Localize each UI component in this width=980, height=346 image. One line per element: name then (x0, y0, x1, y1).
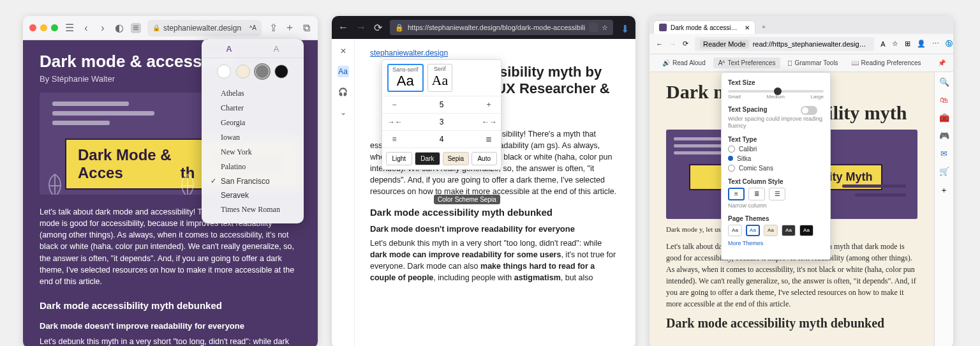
column-wide[interactable]: ☰ (769, 188, 785, 200)
reader-mode-icon[interactable] (589, 23, 598, 32)
theme-3[interactable]: Aa (764, 225, 778, 236)
page-themes-label: Page Themes (728, 215, 824, 222)
reload-button[interactable]: ⟳ (683, 40, 688, 48)
font-calibri-option[interactable]: Calibri (728, 146, 824, 153)
new-tab-button[interactable]: ＋ (755, 20, 772, 34)
font-iowan[interactable]: Iowan (209, 130, 296, 145)
more-themes-link[interactable]: More Themes (728, 240, 824, 246)
text-size-icon[interactable]: ᴬA (249, 24, 256, 31)
appearance-icon[interactable]: ◐ (114, 23, 124, 33)
theme-sepia[interactable]: Sepia (443, 152, 469, 165)
pin-toolbar-icon[interactable]: 📌 (938, 59, 946, 66)
increase-size-button[interactable]: + (482, 100, 496, 109)
font-seravek[interactable]: Seravek (209, 188, 296, 202)
theme-white[interactable] (217, 64, 231, 79)
games-icon[interactable]: 🎮 (939, 131, 949, 141)
back-button[interactable]: ← (656, 40, 663, 48)
browser-tab[interactable]: Dark mode & accessibility my ✕ (653, 20, 755, 34)
grammar-tools-button[interactable]: ⎕Grammar Tools (783, 57, 843, 68)
favorites-icon[interactable]: ☆ (892, 40, 898, 48)
font-tab[interactable]: A (253, 44, 300, 54)
appearance-tab[interactable]: A (205, 44, 253, 54)
share-icon[interactable]: ⇪ (268, 23, 278, 33)
column-caption: Narrow column (728, 202, 824, 209)
decrease-lineheight-button[interactable]: ≡ (387, 135, 401, 144)
forward-button[interactable]: → (356, 22, 366, 33)
theme-dark[interactable]: Dark (415, 152, 441, 165)
search-icon[interactable]: 🔍 (939, 77, 949, 87)
theme-5[interactable]: Aa (799, 225, 813, 236)
shopping-icon[interactable]: 🛍 (939, 95, 949, 105)
theme-1[interactable]: Aa (728, 225, 742, 236)
subsection-heading: Dark mode doesn't improve readability fo… (370, 224, 620, 234)
lineheight-value: 4 (401, 135, 482, 144)
narrate-icon[interactable]: 🎧 (338, 86, 349, 98)
theme-gray[interactable] (255, 64, 269, 79)
reading-preferences-button[interactable]: 📖Reading Preferences (846, 57, 926, 68)
bookmark-star-icon[interactable]: ☆ (602, 24, 608, 32)
text-size-icon[interactable]: A (880, 40, 885, 48)
add-sidebar-icon[interactable]: ＋ (939, 184, 949, 195)
body-paragraph: Let's debunk this myth in a very short "… (370, 237, 620, 284)
new-tab-icon[interactable]: ＋ (285, 23, 295, 33)
decrease-size-button[interactable]: − (387, 100, 401, 109)
bing-icon[interactable]: ⓑ (946, 39, 953, 49)
text-preferences-button[interactable]: AᴬText Preferences (713, 57, 781, 68)
tools-icon[interactable]: 🧰 (939, 113, 949, 123)
forward-button[interactable]: → (669, 40, 676, 48)
reader-mode-icon[interactable]: ≡ (131, 23, 141, 33)
theme-light[interactable]: Light (386, 152, 412, 165)
font-palatino[interactable]: Palatino (209, 160, 296, 174)
font-sitka-option[interactable]: Sitka (728, 155, 824, 162)
column-narrow[interactable]: ≡ (728, 188, 745, 200)
shopping-cart-icon[interactable]: 🛒 (939, 167, 949, 177)
reload-button[interactable]: ⟳ (374, 22, 382, 33)
font-georgia[interactable]: Georgia (209, 116, 296, 130)
increase-width-button[interactable]: ←→ (482, 117, 496, 126)
menu-icon[interactable]: ⋯ (932, 40, 939, 48)
site-link[interactable]: stephaniewalter.design (370, 49, 448, 57)
theme-black[interactable] (274, 64, 288, 79)
font-times[interactable]: Times New Roman (209, 202, 296, 217)
sidebar-toggle-icon[interactable]: ☰ (64, 23, 75, 33)
forward-button[interactable]: › (98, 23, 108, 33)
font-athelas[interactable]: Athelas (209, 86, 296, 101)
profile-icon[interactable]: 👤 (917, 40, 926, 48)
increase-lineheight-button[interactable]: ≣ (482, 135, 496, 144)
edge-sidebar: 🔍 🛍 🧰 🎮 ✉ 🛒 ＋ (934, 72, 953, 346)
close-reader-icon[interactable]: ✕ (338, 45, 349, 57)
theme-2[interactable]: Aa (746, 225, 760, 236)
maximize-window-button[interactable] (51, 24, 58, 31)
font-sans-option[interactable]: Sans-serif Aa (387, 64, 424, 92)
theme-sepia[interactable] (236, 64, 250, 79)
tabs-icon[interactable]: ⧉ (301, 23, 311, 33)
back-button[interactable]: ‹ (81, 23, 91, 33)
type-controls-icon[interactable]: Aa (338, 66, 349, 77)
theme-4[interactable]: Aa (782, 225, 796, 236)
font-newyork[interactable]: New York (209, 145, 296, 160)
font-serif-option[interactable]: Serif Aa (427, 64, 453, 92)
decrease-width-button[interactable]: →← (387, 117, 401, 126)
collections-icon[interactable]: ⊞ (905, 40, 910, 48)
address-bar[interactable]: Reader Mode read://https_stephaniewalter… (695, 37, 874, 51)
column-medium[interactable]: ≣ (748, 188, 765, 200)
download-icon[interactable]: ⬇ (621, 23, 630, 32)
font-comicsans-option[interactable]: Comic Sans (728, 165, 824, 172)
outlook-icon[interactable]: ✉ (939, 149, 949, 159)
address-bar[interactable]: 🔒 https://stephaniewalter.design/blog/da… (390, 20, 613, 35)
minimize-window-button[interactable] (40, 24, 47, 31)
address-bar[interactable]: 🔒 stephaniewalter.design ᴬA (147, 20, 262, 36)
text-size-slider[interactable] (728, 90, 824, 93)
read-aloud-button[interactable]: 🔊Read Aloud (657, 57, 711, 68)
close-tab-icon[interactable]: ✕ (745, 24, 750, 31)
font-sanfrancisco[interactable]: San Francisco (209, 174, 296, 188)
text-spacing-toggle[interactable] (801, 106, 817, 115)
pocket-icon[interactable]: ⌄ (338, 107, 349, 118)
font-charter[interactable]: Charter (209, 101, 296, 116)
close-window-button[interactable] (29, 24, 36, 31)
url-text: stephaniewalter.design (163, 24, 241, 33)
theme-auto[interactable]: Auto (471, 152, 498, 165)
safari-toolbar: ☰ ‹ › ◐ ≡ 🔒 stephaniewalter.design ᴬA ⇪ … (23, 16, 318, 40)
back-button[interactable]: ← (338, 22, 348, 33)
reader-type-panel: Sans-serif Aa Serif Aa − 5 + →← 3 ←→ (382, 59, 501, 170)
